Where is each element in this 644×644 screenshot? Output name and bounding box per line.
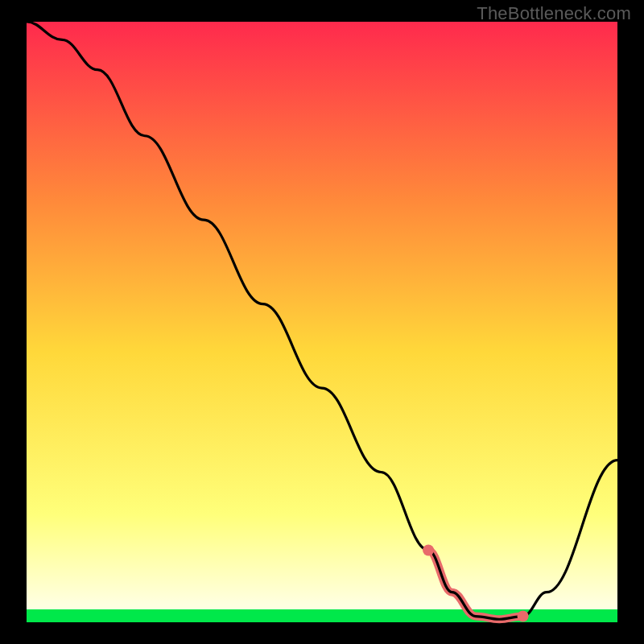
plot-gradient-background	[27, 22, 617, 622]
watermark-label: TheBottleneck.com	[477, 3, 631, 24]
chart-frame: TheBottleneck.com	[0, 0, 644, 644]
highlight-dot-end	[518, 611, 529, 622]
highlight-dot-start	[423, 544, 434, 555]
bottleneck-chart	[0, 0, 644, 644]
